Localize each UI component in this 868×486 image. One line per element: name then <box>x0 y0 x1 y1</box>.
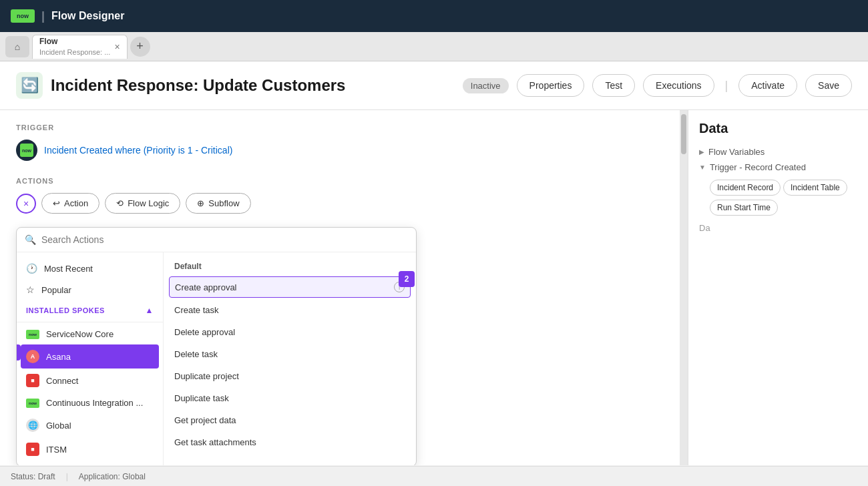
continuous-integration-icon: now <box>26 399 39 408</box>
global-item[interactable]: 🌐 Global <box>17 413 163 437</box>
test-button[interactable]: Test <box>592 74 635 97</box>
asana-icon: A <box>26 350 39 363</box>
flow-logic-icon: ⟲ <box>116 198 124 208</box>
most-recent-item[interactable]: 🕐 Most Recent <box>17 258 163 279</box>
subflow-tab-button[interactable]: ⊕ Subflow <box>186 193 250 214</box>
nav-divider: | <box>41 9 45 23</box>
chevron-right-icon: ▶ <box>699 148 704 156</box>
connect-icon: ■ <box>26 374 39 387</box>
continuous-integration-label: Continuous Integration ... <box>46 398 143 408</box>
app-logo: now | Flow Designer <box>11 9 124 23</box>
get-task-attachments-label: Get task attachments <box>174 437 256 447</box>
home-tab[interactable]: ⌂ <box>5 36 29 57</box>
delete-task-item[interactable]: Delete task <box>164 343 416 365</box>
asana-label: Asana <box>46 352 71 362</box>
tab-close-icon[interactable]: × <box>114 41 120 52</box>
trigger-record-created-label: Trigger - Record Created <box>710 162 806 172</box>
action-close-button[interactable]: × <box>16 194 36 214</box>
activate-button[interactable]: Activate <box>738 74 797 97</box>
dropdown-right-panel: Default Create approval i 2 <box>164 252 416 465</box>
globe-icon: 🌐 <box>26 419 39 432</box>
dropdown-body: 🕐 Most Recent ☆ Popular INSTALLED SPOKES… <box>17 252 416 465</box>
status-draft: Status: Draft <box>11 472 55 481</box>
trigger-link[interactable]: Incident Created where (Priority is 1 - … <box>44 145 232 156</box>
delete-approval-label: Delete approval <box>174 327 235 337</box>
installed-spokes-header: INSTALLED SPOKES ▲ <box>17 300 163 320</box>
badge-2: 2 <box>399 271 415 287</box>
actions-section: ACTIONS × ↩ Action ⟲ Flow Logic ⊕ Subflo… <box>16 177 664 214</box>
duplicate-project-item[interactable]: Duplicate project <box>164 365 416 387</box>
main-layout: TRIGGER now Incident Created where (Prio… <box>0 110 868 465</box>
trigger-avatar: now <box>16 140 37 161</box>
create-task-item[interactable]: Create task <box>164 299 416 321</box>
add-icon: + <box>136 39 144 53</box>
duplicate-project-label: Duplicate project <box>174 371 239 381</box>
header-separator: | <box>725 79 728 93</box>
popular-item[interactable]: ☆ Popular <box>17 279 163 300</box>
continuous-integration-item[interactable]: now Continuous Integration ... <box>17 393 163 413</box>
header-icon: 🔄 <box>16 72 43 99</box>
global-label: Global <box>46 421 71 431</box>
page-title: Incident Response: Update Customers <box>51 76 455 95</box>
spokes-divider <box>17 322 163 322</box>
delete-task-label: Delete task <box>174 349 218 359</box>
flow-icon: 🔄 <box>21 77 39 94</box>
save-button[interactable]: Save <box>805 74 852 97</box>
tab-title: Flow <box>39 37 110 47</box>
trigger-row: now Incident Created where (Priority is … <box>16 140 664 161</box>
action-tab-button[interactable]: ↩ Action <box>41 193 99 214</box>
recent-icon: 🕐 <box>26 263 37 274</box>
main-scrollbar[interactable] <box>680 110 688 465</box>
executions-button[interactable]: Executions <box>643 74 714 97</box>
now-avatar-inner-icon: now <box>20 144 33 157</box>
delete-approval-item[interactable]: Delete approval <box>164 321 416 343</box>
most-recent-label: Most Recent <box>44 264 93 274</box>
tab-subtitle: Incident Response: ... <box>39 47 110 57</box>
action-toolbar: × ↩ Action ⟲ Flow Logic ⊕ Subflow <box>16 193 664 214</box>
chevron-up-icon: ▲ <box>146 306 154 315</box>
itsm-icon: ■ <box>26 443 39 456</box>
trigger-record-created-item[interactable]: ▼ Trigger - Record Created <box>699 162 857 172</box>
itsm-label: ITSM <box>46 445 67 455</box>
trigger-section-label: TRIGGER <box>16 124 664 132</box>
scrollbar-thumb <box>681 114 686 154</box>
get-project-data-label: Get project data <box>174 415 236 425</box>
application-global: Application: Global <box>79 472 146 481</box>
add-tab-button[interactable]: + <box>130 37 150 57</box>
connect-item[interactable]: ■ Connect <box>17 369 163 393</box>
get-project-data-item[interactable]: Get project data <box>164 409 416 431</box>
incident-table-chip[interactable]: Incident Table <box>783 180 847 196</box>
incident-record-chip[interactable]: Incident Record <box>710 180 781 196</box>
flow-logic-tab-button[interactable]: ⟲ Flow Logic <box>105 193 180 214</box>
search-input[interactable] <box>41 234 408 245</box>
servicenow-core-item[interactable]: now ServiceNow Core <box>17 324 163 344</box>
action-label: Action <box>64 198 88 208</box>
flow-variables-label: Flow Variables <box>708 147 765 157</box>
dropdown-right-header: Default <box>164 258 416 275</box>
get-task-attachments-item[interactable]: Get task attachments <box>164 431 416 453</box>
itsm-item[interactable]: ■ ITSM <box>17 437 163 461</box>
page-header: 🔄 Incident Response: Update Customers In… <box>0 61 868 110</box>
subflow-icon: ⊕ <box>197 198 204 208</box>
search-row: 🔍 <box>17 228 416 252</box>
popular-label: Popular <box>41 285 71 295</box>
app-name: Flow Designer <box>51 10 124 22</box>
connect-label: Connect <box>46 376 78 386</box>
actions-section-label: ACTIONS <box>16 177 664 185</box>
duplicate-task-item[interactable]: Duplicate task <box>164 387 416 409</box>
flow-variables-item[interactable]: ▶ Flow Variables <box>699 147 857 157</box>
flow-tab[interactable]: Flow Incident Response: ... × <box>32 35 128 59</box>
close-icon: × <box>23 198 29 209</box>
action-icon: ↩ <box>53 198 60 208</box>
create-approval-item[interactable]: Create approval i <box>169 276 411 298</box>
home-icon: ⌂ <box>15 41 20 52</box>
status-bar: Status: Draft | Application: Global <box>0 466 868 486</box>
run-start-time-chip[interactable]: Run Start Time <box>710 200 778 216</box>
chevron-down-icon: ▼ <box>699 164 706 171</box>
properties-button[interactable]: Properties <box>517 74 585 97</box>
top-nav: now | Flow Designer <box>0 0 868 32</box>
star-icon: ☆ <box>26 284 35 295</box>
servicenow-core-icon: now <box>26 330 39 339</box>
asana-item[interactable]: A Asana <box>21 344 159 369</box>
flow-logic-label: Flow Logic <box>128 198 169 208</box>
